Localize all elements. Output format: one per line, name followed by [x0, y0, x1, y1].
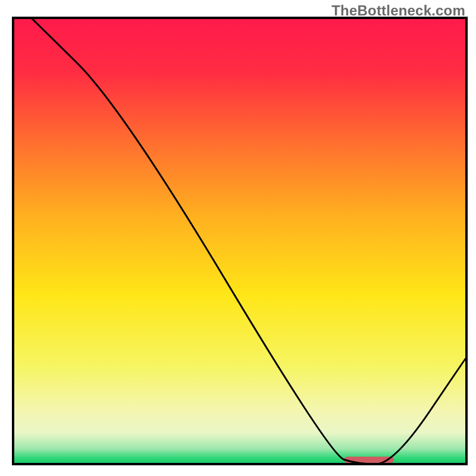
chart-svg — [0, 0, 476, 476]
bottleneck-chart: TheBottleneck.com — [0, 0, 476, 476]
gradient-background — [13, 18, 466, 464]
watermark-text: TheBottleneck.com — [331, 2, 465, 19]
